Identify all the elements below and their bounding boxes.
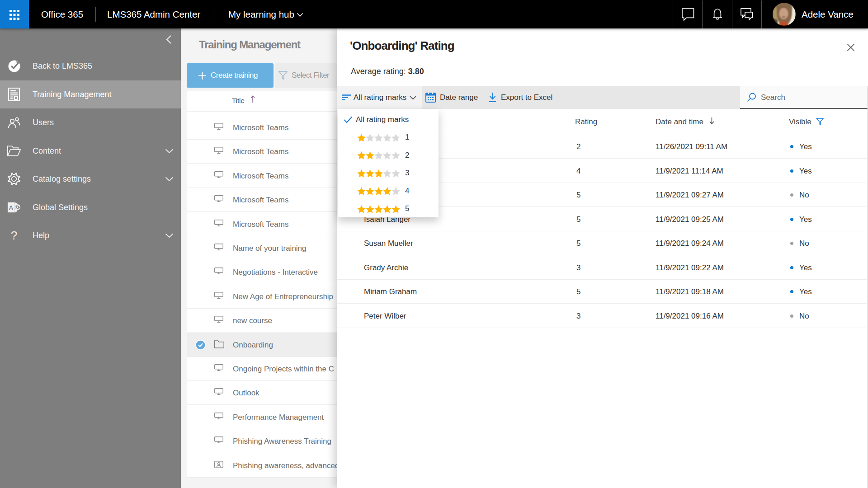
svg-text:A: A [9, 204, 13, 211]
